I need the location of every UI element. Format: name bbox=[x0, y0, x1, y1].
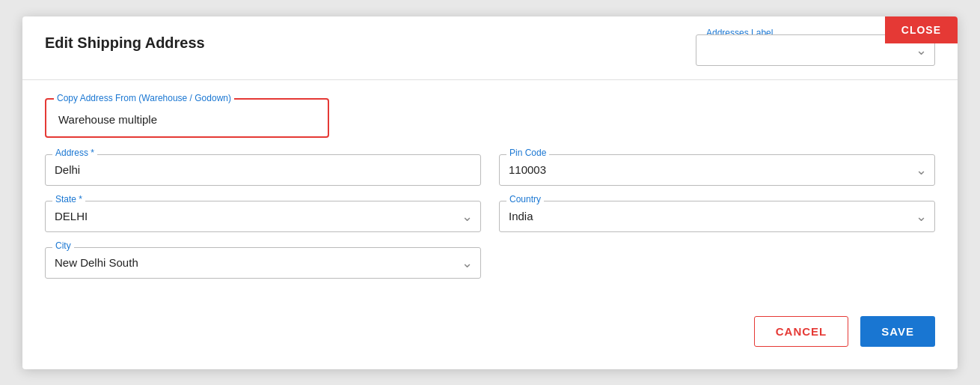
pin-code-label: Pin Code bbox=[506, 148, 549, 158]
address-label: Address * bbox=[52, 148, 97, 158]
country-label: Country bbox=[506, 194, 544, 204]
copy-address-label: Copy Address From (Warehouse / Godown) bbox=[54, 93, 234, 103]
state-country-row: State * DELHI MAHARASHTRA KARNATAKA TAMI… bbox=[45, 201, 935, 232]
modal-footer: CANCEL SAVE bbox=[22, 309, 958, 347]
close-button[interactable]: CLOSE bbox=[885, 16, 958, 43]
city-select-wrapper[interactable]: New Delhi South New Delhi North New Delh… bbox=[45, 247, 481, 279]
pin-code-group: Pin Code 110003 ⌄ bbox=[499, 154, 935, 186]
address-input[interactable] bbox=[45, 154, 481, 186]
country-select-wrapper[interactable]: India USA UK Canada ⌄ bbox=[499, 201, 935, 232]
modal-container: CLOSE Edit Shipping Address Addresses La… bbox=[22, 16, 958, 369]
modal-body: Copy Address From (Warehouse / Godown) W… bbox=[22, 80, 958, 301]
city-label: City bbox=[52, 240, 74, 251]
pin-code-select-wrapper[interactable]: 110003 ⌄ bbox=[499, 154, 935, 186]
copy-address-value: Warehouse multiple bbox=[58, 113, 316, 126]
state-select-wrapper[interactable]: DELHI MAHARASHTRA KARNATAKA TAMIL NADU ⌄ bbox=[45, 201, 481, 232]
save-button[interactable]: SAVE bbox=[860, 316, 935, 347]
country-select[interactable]: India USA UK Canada bbox=[500, 201, 934, 231]
cancel-button[interactable]: CANCEL bbox=[754, 316, 849, 347]
state-label: State * bbox=[52, 194, 85, 204]
city-select[interactable]: New Delhi South New Delhi North New Delh… bbox=[46, 248, 480, 278]
state-select[interactable]: DELHI MAHARASHTRA KARNATAKA TAMIL NADU bbox=[46, 201, 480, 231]
city-row: City New Delhi South New Delhi North New… bbox=[45, 247, 935, 279]
modal-title: Edit Shipping Address bbox=[45, 34, 205, 52]
country-group: Country India USA UK Canada ⌄ bbox=[499, 201, 935, 232]
address-pincode-row: Address * Pin Code 110003 ⌄ bbox=[45, 154, 935, 186]
city-group: City New Delhi South New Delhi North New… bbox=[45, 247, 481, 279]
modal-header: Edit Shipping Address Addresses Label ⌄ bbox=[22, 16, 958, 80]
state-group: State * DELHI MAHARASHTRA KARNATAKA TAMI… bbox=[45, 201, 481, 232]
pin-code-select[interactable]: 110003 bbox=[500, 155, 934, 185]
copy-address-box: Copy Address From (Warehouse / Godown) W… bbox=[45, 98, 329, 138]
address-group: Address * bbox=[45, 154, 481, 186]
